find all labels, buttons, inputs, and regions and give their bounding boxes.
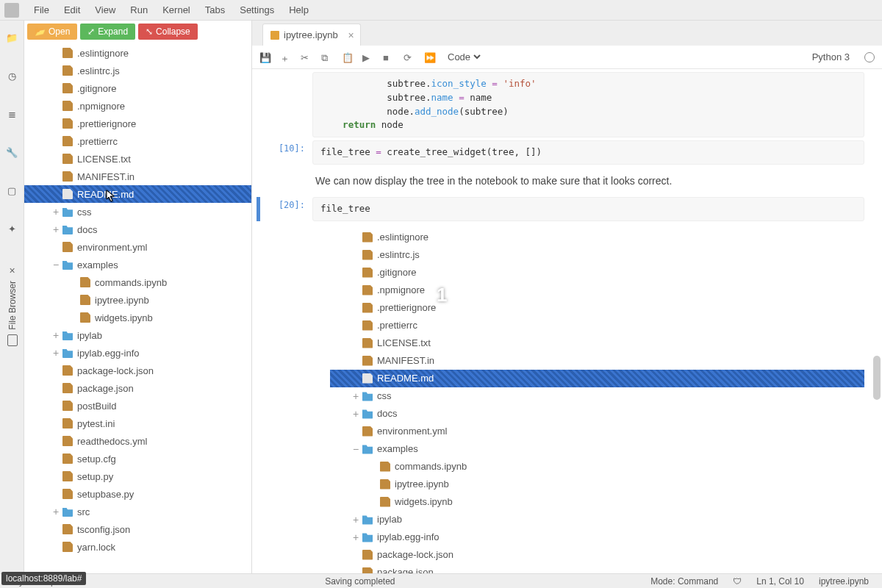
tree-file-package-lock-json[interactable]: package-lock.json bbox=[24, 362, 251, 379]
menu-view[interactable]: View bbox=[87, 1, 123, 18]
tree-file-package-json[interactable]: package.json bbox=[24, 379, 251, 397]
tree-file-LICENSE-txt[interactable]: LICENSE.txt bbox=[330, 334, 864, 352]
run-icon[interactable]: ▶ bbox=[362, 52, 373, 62]
tree-file--eslintignore[interactable]: .eslintignore bbox=[24, 44, 251, 62]
tree-file-yarn-lock[interactable]: yarn.lock bbox=[24, 538, 251, 556]
tree-file-setup-cfg[interactable]: setup.cfg bbox=[24, 450, 251, 467]
tree-file--gitignore[interactable]: .gitignore bbox=[24, 79, 251, 97]
status-mode[interactable]: Mode: Command bbox=[643, 576, 725, 587]
code-cell-partial[interactable]: subtree.icon_style = 'info' subtree.name… bbox=[261, 72, 864, 137]
scrollbar-thumb[interactable] bbox=[873, 356, 881, 400]
tree-file--prettierrc[interactable]: .prettierrc bbox=[24, 132, 251, 150]
toggle-icon[interactable]: − bbox=[349, 443, 362, 455]
code-content[interactable]: file_tree bbox=[312, 197, 864, 221]
tree-folder-ipylab[interactable]: +ipylab bbox=[330, 511, 864, 528]
tree-file-README-md[interactable]: README.md bbox=[330, 370, 864, 387]
add-cell-icon[interactable]: ＋ bbox=[280, 52, 290, 62]
close-tab-icon[interactable]: × bbox=[348, 29, 354, 41]
menu-help[interactable]: Help bbox=[282, 1, 316, 18]
restart-icon[interactable]: ⟳ bbox=[404, 52, 414, 62]
tree-folder-examples[interactable]: −examples bbox=[24, 256, 251, 273]
tree-file--prettierignore[interactable]: .prettierignore bbox=[330, 299, 864, 317]
tree-file-environment-yml[interactable]: environment.yml bbox=[24, 238, 251, 256]
tree-file-setup-py[interactable]: setup.py bbox=[24, 467, 251, 485]
tree-folder-ipylab-egg-info[interactable]: +ipylab.egg-info bbox=[330, 528, 864, 546]
tree-file--eslintrc-js[interactable]: .eslintrc.js bbox=[330, 246, 864, 264]
file-tree[interactable]: .eslintignore.eslintrc.js.gitignore.npmi… bbox=[24, 43, 251, 573]
markdown-cell[interactable]: We can now display the tree in the noteb… bbox=[261, 168, 864, 194]
tree-file-LICENSE-txt[interactable]: LICENSE.txt bbox=[24, 150, 251, 168]
tree-file-widgets-ipynb[interactable]: widgets.ipynb bbox=[24, 309, 251, 326]
tree-folder-examples[interactable]: −examples bbox=[330, 440, 864, 458]
tree-file--prettierrc[interactable]: .prettierrc bbox=[330, 317, 864, 334]
code-cell-20[interactable]: [20]: file_tree bbox=[261, 197, 864, 221]
tree-file--eslintignore[interactable]: .eslintignore bbox=[330, 229, 864, 246]
tree-folder-src[interactable]: +src bbox=[24, 503, 251, 520]
tree-file-environment-yml[interactable]: environment.yml bbox=[330, 423, 864, 440]
fastforward-icon[interactable]: ⏩ bbox=[424, 52, 434, 62]
tree-file-package-json[interactable]: package.json bbox=[330, 564, 864, 574]
tree-file-pytest-ini[interactable]: pytest.ini bbox=[24, 415, 251, 432]
notebook-tab[interactable]: ipytree.ipynb × bbox=[262, 24, 361, 46]
tree-folder-docs[interactable]: +docs bbox=[24, 220, 251, 238]
stop-icon[interactable]: ■ bbox=[383, 52, 393, 62]
tree-file-postBuild[interactable]: postBuild bbox=[24, 397, 251, 415]
tree-file-README-md[interactable]: README.md bbox=[24, 185, 251, 203]
menu-kernel[interactable]: Kernel bbox=[155, 1, 198, 18]
tree-file-MANIFEST-in[interactable]: MANIFEST.in bbox=[330, 352, 864, 370]
tree-file-tsconfig-json[interactable]: tsconfig.json bbox=[24, 520, 251, 538]
tree-file--npmignore[interactable]: .npmignore bbox=[330, 282, 864, 299]
git-icon[interactable]: ◷ bbox=[5, 69, 18, 82]
tree-folder-css[interactable]: +css bbox=[330, 387, 864, 405]
close-icon[interactable]: × bbox=[9, 265, 15, 276]
toggle-icon[interactable]: + bbox=[349, 531, 362, 543]
menu-tabs[interactable]: Tabs bbox=[198, 1, 232, 18]
tree-file--prettierignore[interactable]: .prettierignore bbox=[24, 115, 251, 132]
toggle-icon[interactable]: − bbox=[49, 259, 62, 270]
expand-button[interactable]: ⤢ Expand bbox=[80, 24, 135, 40]
collapse-button[interactable]: ⤡ Collapse bbox=[138, 24, 198, 40]
code-cell-10[interactable]: [10]: file_tree = create_tree_widget(tre… bbox=[261, 140, 864, 165]
tree-file-commands-ipynb[interactable]: commands.ipynb bbox=[330, 458, 864, 476]
toggle-icon[interactable]: + bbox=[49, 206, 62, 218]
tree-folder-ipylab-egg-info[interactable]: +ipylab.egg-info bbox=[24, 344, 251, 362]
tree-file--npmignore[interactable]: .npmignore bbox=[24, 97, 251, 115]
toggle-icon[interactable]: + bbox=[49, 329, 62, 341]
menu-settings[interactable]: Settings bbox=[232, 1, 282, 18]
tree-file-package-lock-json[interactable]: package-lock.json bbox=[330, 546, 864, 564]
toggle-icon[interactable]: + bbox=[49, 223, 62, 235]
tree-file-ipytree-ipynb[interactable]: ipytree.ipynb bbox=[330, 476, 864, 493]
build-icon[interactable]: 🔧 bbox=[5, 146, 18, 159]
copy-icon[interactable]: ⧉ bbox=[321, 52, 331, 62]
toggle-icon[interactable]: + bbox=[49, 347, 62, 359]
scrollbar[interactable] bbox=[873, 135, 881, 567]
toggle-icon[interactable]: + bbox=[49, 506, 62, 517]
tree-folder-docs[interactable]: +docs bbox=[330, 405, 864, 423]
collapsed-panel-tab[interactable]: × File Browser bbox=[0, 265, 24, 353]
extension-icon[interactable]: ✦ bbox=[5, 222, 18, 235]
toggle-icon[interactable]: + bbox=[349, 408, 362, 420]
code-content[interactable]: file_tree = create_tree_widget(tree, []) bbox=[312, 140, 864, 165]
tree-file-setupbase-py[interactable]: setupbase.py bbox=[24, 485, 251, 503]
status-shield-icon[interactable]: 🛡 bbox=[725, 576, 749, 587]
paste-icon[interactable]: 📋 bbox=[342, 52, 352, 62]
tree-file-commands-ipynb[interactable]: commands.ipynb bbox=[24, 273, 251, 291]
menu-run[interactable]: Run bbox=[123, 1, 155, 18]
tree-file-readthedocs-yml[interactable]: readthedocs.yml bbox=[24, 432, 251, 450]
tree-folder-ipylab[interactable]: +ipylab bbox=[24, 326, 251, 344]
tree-file-ipytree-ipynb[interactable]: ipytree.ipynb bbox=[24, 291, 251, 309]
status-lncol[interactable]: Ln 1, Col 10 bbox=[749, 576, 811, 587]
toggle-icon[interactable]: + bbox=[349, 514, 362, 526]
menu-edit[interactable]: Edit bbox=[57, 1, 87, 18]
tree-folder-css[interactable]: +css bbox=[24, 203, 251, 220]
output-tree-widget[interactable]: .eslintignore.eslintrc.js.gitignore.npmi… bbox=[312, 224, 864, 574]
tree-file--eslintrc-js[interactable]: .eslintrc.js bbox=[24, 62, 251, 79]
open-button[interactable]: 📂 Open bbox=[27, 24, 77, 40]
kernel-name[interactable]: Python 3 bbox=[812, 51, 850, 62]
tree-file-MANIFEST-in[interactable]: MANIFEST.in bbox=[24, 168, 251, 185]
toggle-icon[interactable]: + bbox=[349, 390, 362, 402]
tree-file-widgets-ipynb[interactable]: widgets.ipynb bbox=[330, 493, 864, 511]
cut-icon[interactable]: ✂ bbox=[301, 52, 311, 62]
code-content[interactable]: subtree.icon_style = 'info' subtree.name… bbox=[312, 72, 864, 137]
toc-icon[interactable]: ≣ bbox=[5, 107, 18, 121]
